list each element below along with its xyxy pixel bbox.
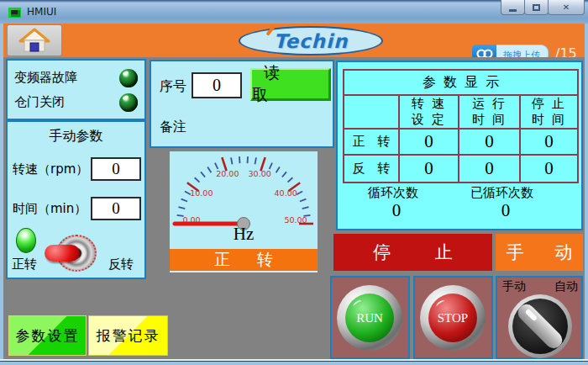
gauge-unit: Hz bbox=[170, 224, 318, 245]
row-label-reverse: 反 转 bbox=[344, 156, 400, 182]
rotation-status-bar: 正 转 bbox=[170, 249, 318, 272]
col-header-stoptime: 停 止 时 间 bbox=[521, 96, 577, 130]
window-controls: ✕ bbox=[501, 0, 585, 15]
close-icon: ✕ bbox=[563, 3, 570, 12]
time-input[interactable] bbox=[91, 197, 141, 220]
cycle-count-value: 0 bbox=[363, 200, 430, 221]
speed-input[interactable] bbox=[91, 157, 141, 181]
col-header-runtime: 运 行 时 间 bbox=[459, 96, 521, 130]
door-closed-lamp-icon bbox=[119, 93, 138, 112]
run-push-panel: RUN bbox=[330, 276, 410, 359]
row-label-forward: 正 转 bbox=[344, 130, 400, 156]
mode-selector-switch[interactable] bbox=[508, 294, 572, 358]
brand-name: Techin bbox=[274, 30, 349, 52]
reverse-runtime-value: 0 bbox=[459, 156, 521, 182]
gauge-panel: 0.0010.0020.0030.0040.0050.00 Hz bbox=[170, 151, 318, 249]
svg-text:30.00: 30.00 bbox=[249, 169, 271, 178]
manual-params-title: 手动参数 bbox=[8, 128, 144, 145]
door-closed-label: 仓门关闭 bbox=[14, 94, 65, 110]
forward-runtime-value: 0 bbox=[459, 130, 521, 156]
manual-mode-button[interactable]: 手 动 bbox=[496, 234, 583, 271]
svg-text:20.00: 20.00 bbox=[216, 169, 239, 178]
brand-logo: Techin bbox=[239, 26, 383, 56]
param-table: 参数显示 转 速 设 定 运 行 时 间 停 止 时 间 正 转 0 0 0 反… bbox=[343, 69, 579, 183]
forward-run-lamp-icon bbox=[16, 228, 36, 253]
selector-lever-icon bbox=[515, 301, 566, 352]
param-display-panel: 参数显示 转 速 设 定 运 行 时 间 停 止 时 间 正 转 0 0 0 反… bbox=[336, 61, 583, 230]
mode-selector-panel: 手动 自动 bbox=[496, 276, 583, 359]
reverse-speed-value: 0 bbox=[400, 156, 459, 182]
col-header-speed: 转 速 设 定 bbox=[400, 96, 459, 130]
inverter-fault-lamp-icon bbox=[119, 69, 138, 87]
direction-toggle-handle-icon[interactable] bbox=[45, 245, 80, 262]
header: Techin 拖拽上传 /15 17:59:18 bbox=[3, 24, 585, 57]
param-table-corner bbox=[344, 96, 400, 130]
window-frame-bottom bbox=[0, 359, 588, 365]
serial-input[interactable] bbox=[192, 72, 242, 98]
forward-label: 正转 bbox=[12, 257, 37, 272]
home-icon bbox=[18, 27, 51, 54]
manual-params-panel: 手动参数 转速（rpm） 时间（min） 正转 反转 bbox=[6, 120, 146, 279]
alarm-panel: 变频器故障 仓门关闭 bbox=[6, 59, 146, 120]
title-bar: HMIUI ✕ bbox=[0, 0, 588, 24]
param-settings-button[interactable]: 参数设置 bbox=[8, 315, 87, 356]
alarm-row-inverter: 变频器故障 bbox=[14, 66, 138, 90]
forward-stoptime-value: 0 bbox=[521, 130, 577, 156]
cycled-count-value: 0 bbox=[472, 200, 539, 221]
maximize-button[interactable] bbox=[524, 0, 549, 15]
main-area: 变频器故障 仓门关闭 手动参数 转速（rpm） 时间（min） 正转 反转 序号 bbox=[3, 57, 585, 359]
hmi-window: HMIUI ✕ Techin 拖拽上传 bbox=[0, 0, 588, 365]
inverter-fault-label: 变频器故障 bbox=[14, 70, 77, 86]
reverse-label: 反转 bbox=[108, 257, 134, 272]
stop-push-button[interactable]: STOP bbox=[420, 285, 486, 351]
time-label: 时间（min） bbox=[13, 201, 87, 217]
window-title: HMIUI bbox=[27, 6, 56, 18]
app-icon bbox=[8, 8, 21, 18]
selector-manual-label: 手动 bbox=[502, 279, 526, 294]
forward-speed-value: 0 bbox=[400, 130, 459, 156]
reverse-stoptime-value: 0 bbox=[521, 156, 577, 182]
param-table-title: 参数显示 bbox=[344, 71, 577, 96]
minimize-icon bbox=[509, 9, 517, 12]
selector-knob-icon bbox=[512, 299, 568, 354]
cycle-count-label: 循环次数 bbox=[368, 185, 418, 201]
alarm-row-door: 仓门关闭 bbox=[14, 90, 138, 114]
minimize-button[interactable] bbox=[501, 0, 525, 15]
svg-text:40.00: 40.00 bbox=[275, 188, 297, 198]
stop-push-panel: STOP bbox=[413, 276, 493, 359]
run-push-button[interactable]: RUN bbox=[337, 285, 402, 351]
svg-text:10.00: 10.00 bbox=[190, 188, 213, 198]
close-button[interactable]: ✕ bbox=[548, 0, 585, 15]
run-button-dome-icon: RUN bbox=[345, 294, 394, 342]
read-button[interactable]: 读 取 bbox=[250, 68, 331, 101]
speed-label: 转速（rpm） bbox=[13, 161, 88, 177]
selector-auto-label: 自动 bbox=[554, 279, 578, 294]
home-button[interactable] bbox=[7, 24, 62, 56]
cycled-count-label: 已循环次数 bbox=[470, 185, 533, 201]
serial-label: 序号 bbox=[160, 78, 186, 96]
stop-button-dome-icon: STOP bbox=[428, 294, 477, 342]
alarm-log-button[interactable]: 报警记录 bbox=[88, 315, 168, 356]
stop-button[interactable]: 停 止 bbox=[333, 234, 492, 271]
maximize-icon bbox=[533, 4, 540, 11]
serial-panel: 序号 读 取 备注 bbox=[150, 60, 334, 148]
note-label: 备注 bbox=[160, 119, 186, 136]
